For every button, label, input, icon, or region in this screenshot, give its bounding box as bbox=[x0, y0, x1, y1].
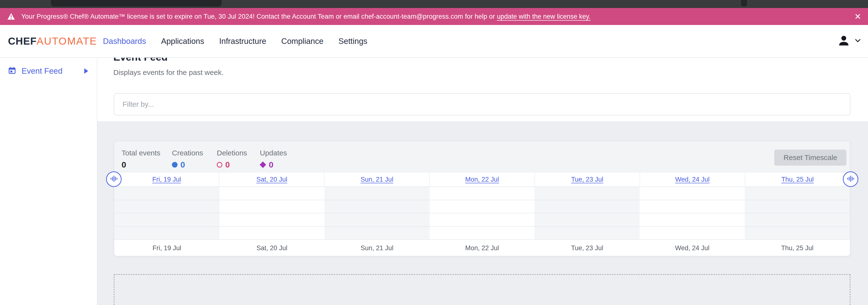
day-header-cell: Mon, 22 Jul bbox=[430, 172, 535, 187]
nav-compliance[interactable]: Compliance bbox=[281, 37, 323, 46]
filter-input[interactable] bbox=[114, 93, 850, 115]
empty-events-placeholder bbox=[114, 274, 850, 305]
timescale-handle-icon bbox=[847, 175, 854, 183]
timescale-handle-left[interactable] bbox=[106, 171, 122, 187]
day-link[interactable]: Thu, 25 Jul bbox=[781, 176, 814, 183]
stat-updates: Updates 0 bbox=[260, 149, 287, 169]
stat-label: Updates bbox=[260, 149, 287, 157]
nav-dashboards[interactable]: Dashboards bbox=[103, 37, 146, 46]
creations-circle-icon bbox=[172, 162, 178, 168]
grid-row bbox=[114, 200, 850, 214]
day-footer-cell: Sat, 20 Jul bbox=[219, 240, 324, 256]
app-header: CHEFAUTOMATE Dashboards Applications Inf… bbox=[0, 25, 868, 58]
sidebar-item-event-feed[interactable]: Event Feed bbox=[0, 65, 97, 77]
day-footer-cell: Tue, 23 Jul bbox=[534, 240, 640, 256]
reset-timescale-button[interactable]: Reset Timescale bbox=[774, 149, 846, 166]
sidebar-item-label: Event Feed bbox=[22, 66, 62, 76]
day-label: Thu, 25 Jul bbox=[781, 244, 813, 252]
stat-value: 0 bbox=[225, 160, 230, 169]
day-label: Sun, 21 Jul bbox=[361, 244, 393, 252]
day-link[interactable]: Tue, 23 Jul bbox=[571, 176, 603, 183]
event-timeline-card: Total events 0 Creations 0 Deletions 0 bbox=[114, 141, 850, 256]
stat-label: Creations bbox=[172, 149, 203, 157]
day-link[interactable]: Wed, 24 Jul bbox=[675, 176, 710, 183]
day-link[interactable]: Sun, 21 Jul bbox=[361, 176, 393, 183]
browser-omnibox bbox=[51, 0, 222, 6]
person-icon bbox=[837, 34, 850, 48]
timeline-day-labels-row: Fri, 19 Jul Sat, 20 Jul Sun, 21 Jul Mon,… bbox=[114, 240, 850, 256]
browser-top-strip bbox=[0, 0, 868, 8]
logo-automate: AUTOMATE bbox=[37, 35, 97, 47]
event-feed-section: Total events 0 Creations 0 Deletions 0 bbox=[97, 121, 868, 305]
update-license-link[interactable]: update with the new license key. bbox=[497, 13, 591, 20]
user-menu[interactable] bbox=[837, 34, 861, 48]
filter-bar bbox=[114, 93, 850, 115]
logo-chef: CHEF bbox=[8, 35, 37, 47]
timescale-handle-icon bbox=[110, 175, 118, 183]
license-banner-message: Your Progress® Chef® Automate™ license i… bbox=[21, 13, 495, 20]
stat-value: 0 bbox=[269, 160, 273, 169]
warning-icon bbox=[7, 13, 15, 20]
day-link[interactable]: Fri, 19 Jul bbox=[152, 176, 181, 183]
day-header-cell: Thu, 25 Jul bbox=[745, 172, 850, 187]
chef-automate-logo[interactable]: CHEFAUTOMATE bbox=[8, 36, 97, 46]
grid-row bbox=[114, 187, 850, 200]
stat-deletions: Deletions 0 bbox=[217, 149, 247, 169]
chevron-down-icon bbox=[855, 39, 861, 44]
stat-label: Total events bbox=[122, 149, 160, 157]
day-link[interactable]: Sat, 20 Jul bbox=[256, 176, 287, 183]
stat-value: 0 bbox=[180, 160, 185, 169]
day-footer-cell: Thu, 25 Jul bbox=[745, 240, 850, 256]
day-label: Wed, 24 Jul bbox=[675, 244, 709, 252]
timeline-day-links-row: Fri, 19 Jul Sat, 20 Jul Sun, 21 Jul Mon,… bbox=[114, 172, 850, 187]
day-label: Tue, 23 Jul bbox=[571, 244, 603, 252]
day-label: Fri, 19 Jul bbox=[153, 244, 181, 252]
stat-total-events: Total events 0 bbox=[122, 149, 160, 169]
calendar-icon bbox=[8, 66, 16, 76]
sidebar: Event Feed bbox=[0, 58, 97, 305]
arrow-right-icon bbox=[84, 68, 88, 74]
stat-label: Deletions bbox=[217, 149, 247, 157]
stat-value: 0 bbox=[122, 160, 126, 169]
day-header-cell: Wed, 24 Jul bbox=[640, 172, 745, 187]
main-content: Event Feed Displays events for the past … bbox=[97, 58, 868, 305]
nav-infrastructure[interactable]: Infrastructure bbox=[219, 37, 266, 46]
nav-settings[interactable]: Settings bbox=[339, 37, 367, 46]
stat-creations: Creations 0 bbox=[172, 149, 203, 169]
day-footer-cell: Mon, 22 Jul bbox=[430, 240, 535, 256]
timeline-gridlines bbox=[114, 187, 850, 240]
grid-row bbox=[114, 227, 850, 240]
day-header-cell: Tue, 23 Jul bbox=[535, 172, 640, 187]
day-header-cell: Sat, 20 Jul bbox=[219, 172, 324, 187]
main-nav: Dashboards Applications Infrastructure C… bbox=[103, 25, 367, 57]
deletions-ring-icon bbox=[217, 162, 222, 168]
day-link[interactable]: Mon, 22 Jul bbox=[465, 176, 499, 183]
nav-applications[interactable]: Applications bbox=[161, 37, 204, 46]
day-footer-cell: Fri, 19 Jul bbox=[114, 240, 219, 256]
day-label: Mon, 22 Jul bbox=[465, 244, 499, 252]
updates-diamond-icon bbox=[259, 162, 266, 168]
timescale-handle-right[interactable] bbox=[843, 171, 858, 187]
timeline-grid bbox=[114, 187, 850, 240]
day-header-cell: Sun, 21 Jul bbox=[324, 172, 430, 187]
day-footer-cell: Wed, 24 Jul bbox=[640, 240, 745, 256]
page-subtitle: Displays events for the past week. bbox=[113, 68, 223, 77]
license-banner: Your Progress® Chef® Automate™ license i… bbox=[0, 8, 868, 25]
close-icon[interactable]: ✕ bbox=[855, 12, 862, 21]
day-header-cell: Fri, 19 Jul bbox=[114, 172, 219, 187]
grid-row bbox=[114, 213, 850, 227]
browser-toolbar-mark bbox=[741, 0, 747, 6]
day-label: Sat, 20 Jul bbox=[256, 244, 287, 252]
day-footer-cell: Sun, 21 Jul bbox=[324, 240, 430, 256]
event-stats: Total events 0 Creations 0 Deletions 0 bbox=[114, 141, 850, 172]
